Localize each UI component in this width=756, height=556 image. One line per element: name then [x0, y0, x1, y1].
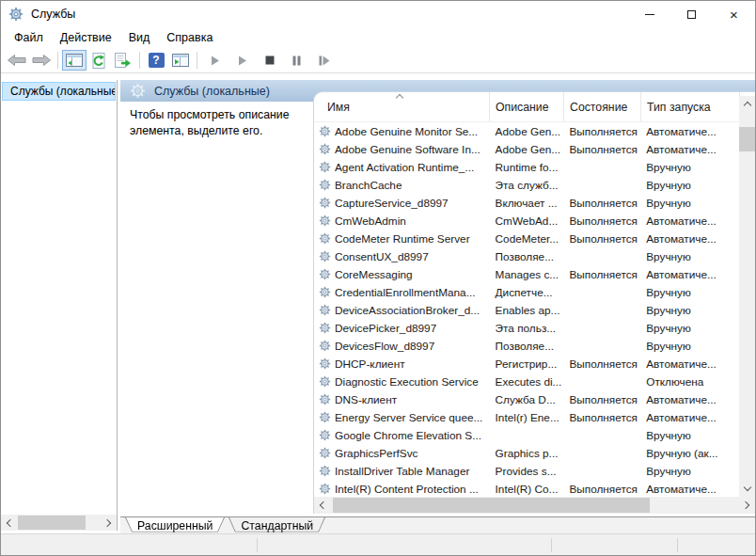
service-status: Выполняется — [563, 483, 640, 496]
service-startup-type: Вручную — [640, 250, 739, 263]
scroll-left-icon[interactable] — [314, 498, 330, 514]
action-pane-icon — [172, 54, 189, 67]
service-row[interactable]: Intel(R) Content Protection ... Intel(R)… — [314, 480, 739, 497]
service-startup-type: Вручную — [640, 304, 739, 317]
service-row[interactable]: CodeMeter Runtime Server CodeMeter... Вы… — [314, 230, 739, 247]
service-row[interactable]: Diagnostic Execution Service Executes di… — [314, 373, 739, 390]
service-row[interactable]: Agent Activation Runtime_... Runtime fo.… — [314, 158, 739, 176]
stop-service-button[interactable] — [256, 50, 283, 71]
back-button[interactable] — [5, 50, 29, 71]
service-row[interactable]: DNS-клиент Служба D... Выполняется Автом… — [314, 390, 739, 408]
service-description: Служба D... — [490, 393, 564, 406]
forward-button[interactable] — [29, 50, 54, 71]
restart-service-icon — [319, 56, 330, 66]
service-startup-type: Автоматиче... — [640, 232, 739, 246]
service-gear-icon — [319, 340, 331, 352]
service-gear-icon — [319, 214, 331, 227]
service-row[interactable]: BranchCache Эта служб... Вручную — [314, 176, 739, 194]
service-description: Регистрир... — [490, 357, 564, 371]
service-row[interactable]: CoreMessaging Manages c... Выполняется А… — [314, 265, 739, 283]
service-gear-icon — [319, 125, 331, 137]
title-bar: Службы × — [1, 1, 755, 27]
pause-service-button[interactable] — [283, 50, 310, 71]
service-row[interactable]: CmWebAdmin CmWebAd... Выполняется Автома… — [314, 212, 739, 230]
service-description: Позволяе... — [490, 250, 564, 263]
service-name: ConsentUX_d8997 — [335, 250, 429, 263]
column-header-startup-type[interactable]: Тип запуска — [641, 92, 740, 121]
menu-view[interactable]: Вид — [120, 28, 159, 47]
service-name: Google Chrome Elevation S... — [335, 429, 481, 442]
service-startup-type: Вручную — [640, 429, 739, 442]
service-row[interactable]: DeviceAssociationBroker_d... Enables ap.… — [314, 301, 739, 319]
service-startup-type: Отключена — [640, 375, 739, 389]
list-vertical-scrollbar[interactable] — [739, 96, 755, 497]
menu-action[interactable]: Действие — [52, 28, 120, 47]
close-icon: × — [730, 8, 738, 22]
service-row[interactable]: DevicesFlow_d8997 Позволяе... Вручную — [314, 337, 739, 355]
resume-service-icon — [238, 56, 247, 66]
service-status: Выполняется — [563, 411, 640, 424]
service-row[interactable]: Adobe Genuine Software In... Adobe Gen..… — [314, 140, 739, 158]
menu-file[interactable]: Файл — [6, 28, 52, 47]
start-service-button[interactable] — [201, 50, 228, 71]
service-gear-icon — [319, 197, 331, 209]
tree-hscroll-thumb[interactable] — [18, 516, 86, 530]
tab-standard[interactable]: Стандартный — [228, 517, 325, 534]
service-startup-type: Автоматиче... — [640, 483, 739, 496]
service-startup-type: Вручную — [640, 286, 739, 299]
scroll-up-icon[interactable] — [739, 96, 755, 112]
restart-service-button[interactable] — [310, 50, 338, 71]
service-row[interactable]: Energy Server Service quee... Intel(r) E… — [314, 408, 739, 426]
toolbar-separator — [57, 52, 58, 69]
service-row[interactable]: DHCP-клиент Регистрир... Выполняется Авт… — [314, 355, 739, 373]
console-tree-icon — [66, 54, 83, 67]
service-description: Позволяе... — [490, 340, 564, 353]
show-console-tree-button[interactable] — [62, 50, 87, 71]
export-list-button[interactable] — [111, 50, 135, 71]
tree-item-services-local[interactable]: Службы (локальные) — [2, 82, 116, 101]
service-name: InstallDriver Table Manager — [335, 465, 469, 478]
service-status: Выполняется — [563, 214, 640, 228]
service-row[interactable]: ConsentUX_d8997 Позволяе... Вручную — [314, 247, 739, 265]
service-startup-type: Вручную — [640, 161, 739, 174]
scroll-right-icon[interactable] — [101, 515, 117, 531]
export-list-icon — [115, 53, 132, 68]
status-separator — [677, 538, 678, 552]
service-row[interactable]: InstallDriver Table Manager Provides s..… — [314, 462, 739, 480]
resume-service-button[interactable] — [228, 50, 256, 71]
service-description: Adobe Gen... — [490, 125, 564, 138]
refresh-button[interactable] — [87, 50, 111, 71]
list-vscroll-thumb[interactable] — [739, 127, 755, 151]
list-hscroll-thumb[interactable] — [333, 498, 650, 513]
service-description: Enables ap... — [490, 304, 564, 317]
scroll-left-icon[interactable] — [1, 515, 17, 531]
tab-extended[interactable]: Расширенный — [125, 517, 225, 534]
service-startup-type: Автоматиче... — [640, 143, 739, 156]
service-name: DNS-клиент — [335, 393, 397, 406]
service-row[interactable]: CaptureService_d8997 Включает ... Выполн… — [314, 194, 739, 212]
back-icon — [8, 54, 26, 67]
service-name: CodeMeter Runtime Server — [335, 232, 470, 246]
service-row[interactable]: Google Chrome Elevation S... Вручную — [314, 426, 739, 444]
service-name: GraphicsPerfSvc — [335, 447, 418, 460]
column-header-status[interactable]: Состояние — [564, 92, 641, 121]
tree-horizontal-scrollbar[interactable] — [1, 515, 117, 531]
column-header-description[interactable]: Описание — [490, 92, 564, 121]
service-row[interactable]: GraphicsPerfSvc Graphics p... Вручную (а… — [314, 444, 739, 462]
minimize-button[interactable] — [628, 1, 670, 27]
scroll-right-icon[interactable] — [739, 498, 755, 514]
service-row[interactable]: Adobe Genuine Monitor Se... Adobe Gen...… — [314, 122, 739, 140]
menu-help[interactable]: Справка — [158, 28, 221, 47]
show-action-pane-button[interactable] — [168, 50, 193, 71]
close-button[interactable]: × — [713, 1, 755, 27]
service-name: CmWebAdmin — [335, 214, 406, 228]
service-row[interactable]: CredentialEnrollmentMana... Диспетче... … — [314, 283, 739, 301]
service-description: Provides s... — [490, 465, 564, 478]
service-gear-icon — [319, 232, 331, 245]
service-row[interactable]: DevicePicker_d8997 Эта польз... Вручную — [314, 319, 739, 337]
maximize-button[interactable] — [670, 1, 713, 27]
help-button[interactable]: ? — [144, 50, 168, 71]
scroll-down-icon[interactable] — [739, 481, 755, 497]
list-horizontal-scrollbar[interactable] — [314, 497, 755, 514]
services-list: Имя Описание Состояние Тип запуска Adobe… — [313, 91, 755, 514]
